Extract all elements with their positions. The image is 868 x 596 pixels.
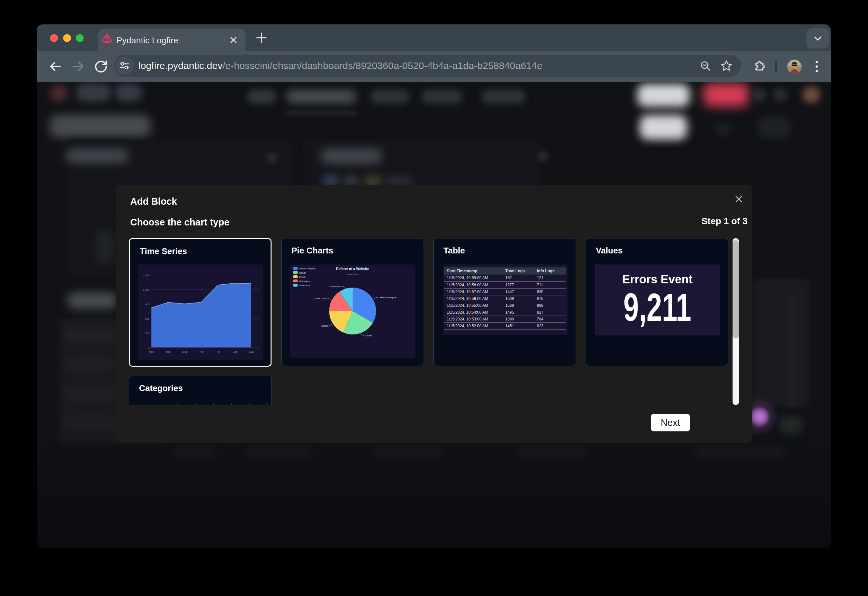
svg-text:Sat: Sat: [233, 350, 237, 353]
svg-text:Video Ads: Video Ads: [299, 284, 310, 287]
svg-text:Sun: Sun: [249, 350, 254, 353]
svg-text:1,500: 1,500: [143, 274, 150, 277]
svg-text:Fake Data: Fake Data: [347, 273, 359, 276]
svg-text:Search Engine: Search Engine: [379, 296, 396, 299]
svg-text:Direct: Direct: [365, 334, 373, 337]
svg-text:Video Ads: Video Ads: [330, 285, 342, 288]
svg-text:Email: Email: [321, 325, 328, 327]
svg-text:Thu: Thu: [199, 350, 204, 353]
svg-text:600: 600: [145, 317, 150, 320]
svg-text:Union Ads: Union Ads: [315, 297, 326, 300]
svg-text:300: 300: [145, 332, 150, 335]
svg-text:0: 0: [148, 347, 150, 350]
svg-text:Referer of a Website: Referer of a Website: [336, 267, 369, 271]
svg-text:Direct: Direct: [299, 271, 306, 274]
svg-text:Wed: Wed: [182, 350, 187, 353]
svg-text:Fri: Fri: [216, 350, 220, 353]
svg-text:Email: Email: [299, 276, 305, 279]
svg-text:1,200: 1,200: [143, 289, 150, 292]
svg-text:Tue: Tue: [166, 350, 170, 353]
svg-text:Union Ads: Union Ads: [299, 280, 310, 283]
svg-text:Mon: Mon: [149, 350, 154, 353]
svg-text:Search Engine: Search Engine: [299, 267, 315, 270]
svg-text:900: 900: [145, 303, 150, 306]
